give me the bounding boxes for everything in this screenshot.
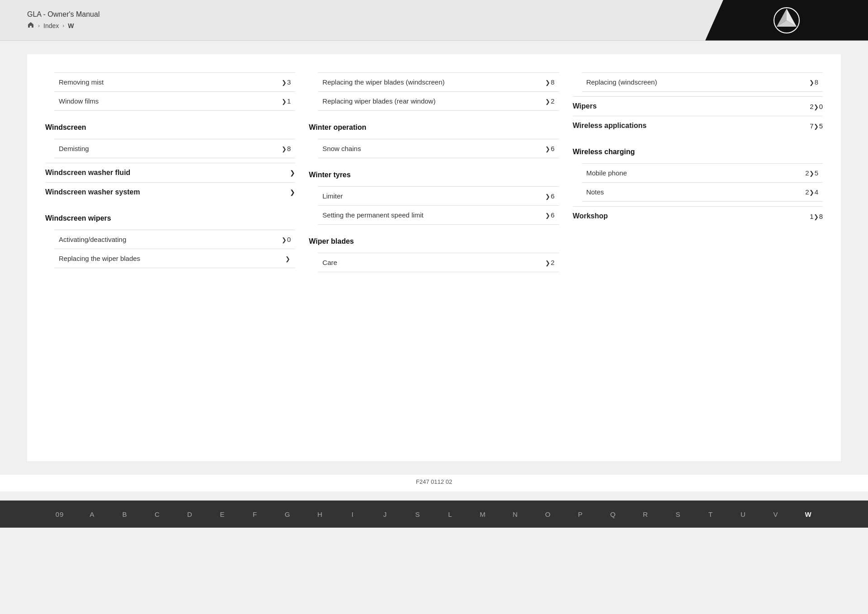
- footer-letter-s2[interactable]: S: [662, 510, 694, 518]
- footer-letter-b[interactable]: B: [108, 510, 141, 518]
- item-mobile-phone[interactable]: Mobile phone: [582, 164, 800, 183]
- workshop-row[interactable]: Workshop 1❯8: [573, 206, 823, 226]
- workshop-page: 1❯8: [810, 213, 823, 220]
- footer-letter-l[interactable]: L: [434, 510, 467, 518]
- breadcrumb-index[interactable]: Index: [43, 22, 59, 29]
- workshop-label: Workshop: [573, 212, 608, 220]
- item-replacing-windscreen-col3[interactable]: Replacing (windscreen): [582, 73, 800, 92]
- section-winter-tyres: Winter tyres: [309, 167, 559, 183]
- table-row: Care ❯2: [318, 253, 559, 272]
- breadcrumb-sep1: ›: [38, 23, 40, 29]
- footer-letter-t[interactable]: T: [694, 510, 727, 518]
- footer-letter-q[interactable]: Q: [597, 510, 629, 518]
- col2-winter-tyres-items: Limiter ❯6 Setting the permanent speed l…: [318, 186, 559, 225]
- item-permanent-speed[interactable]: Setting the permanent speed limit: [318, 206, 536, 225]
- item-replacing-rear[interactable]: Replacing wiper blades (rear window): [318, 92, 536, 111]
- columns-container: Removing mist ❯3 Window films ❯1 Windscr…: [45, 72, 823, 277]
- footer-letter-v[interactable]: V: [760, 510, 792, 518]
- section-wireless-charging: Wireless charging: [573, 144, 823, 160]
- footer-letter-c[interactable]: C: [141, 510, 174, 518]
- col1-initial-items: Removing mist ❯3 Window films ❯1: [54, 72, 295, 111]
- footer-alphabet-bar: 09 A B C D E F G H I J S L M N O P Q R S…: [0, 501, 868, 528]
- item-activating[interactable]: Activating/deactivating: [54, 230, 273, 249]
- page-permanent-speed[interactable]: ❯6: [537, 206, 559, 225]
- page-window-films[interactable]: ❯1: [273, 92, 295, 111]
- footer-letter-f[interactable]: F: [239, 510, 271, 518]
- page-replacing-windscreen[interactable]: ❯8: [537, 73, 559, 92]
- column-2: Replacing the wiper blades (windscreen) …: [309, 72, 572, 277]
- wireless-applications-row[interactable]: Wireless applications 7❯5: [573, 116, 823, 135]
- home-icon[interactable]: [27, 21, 34, 30]
- item-replacing-windscreen[interactable]: Replacing the wiper blades (windscreen): [318, 73, 536, 92]
- footer-letter-j[interactable]: J: [369, 510, 401, 518]
- page-removing-mist[interactable]: ❯3: [273, 73, 295, 92]
- page-mobile-phone[interactable]: 2❯5: [800, 164, 823, 183]
- item-window-films[interactable]: Window films: [54, 92, 273, 111]
- header: GLA - Owner's Manual › Index › W: [0, 0, 868, 41]
- footer-letter-d[interactable]: D: [174, 510, 206, 518]
- footer-letter-w[interactable]: W: [792, 510, 825, 518]
- footer-letter-h[interactable]: H: [304, 510, 336, 518]
- item-demisting[interactable]: Demisting: [54, 139, 273, 158]
- footer-letter-m[interactable]: M: [467, 510, 499, 518]
- table-row: Window films ❯1: [54, 92, 295, 111]
- windscreen-washer-fluid-row[interactable]: Windscreen washer fluid ❯: [45, 163, 295, 182]
- item-snow-chains[interactable]: Snow chains: [318, 139, 536, 158]
- mercedes-logo: [773, 7, 800, 34]
- footer-letter-e[interactable]: E: [206, 510, 239, 518]
- page-limiter[interactable]: ❯6: [537, 187, 559, 206]
- table-row: Replacing (windscreen) ❯8: [582, 73, 823, 92]
- table-row: Demisting ❯8: [54, 139, 295, 158]
- breadcrumb-sep2: ›: [62, 23, 64, 29]
- col3-initial-items: Replacing (windscreen) ❯8: [582, 72, 823, 92]
- section-wiper-blades: Wiper blades: [309, 234, 559, 249]
- footer-letter-o[interactable]: O: [532, 510, 564, 518]
- footer-letter-09[interactable]: 09: [43, 510, 76, 518]
- page-replacing-windscreen-col3[interactable]: ❯8: [800, 73, 823, 92]
- table-row: Replacing wiper blades (rear window) ❯2: [318, 92, 559, 111]
- page-care[interactable]: ❯2: [537, 253, 559, 272]
- wipers-row[interactable]: Wipers 2❯0: [573, 96, 823, 116]
- item-replacing-wiper-blades[interactable]: Replacing the wiper blades: [54, 249, 273, 268]
- section-winter-operation: Winter operation: [309, 120, 559, 135]
- item-limiter[interactable]: Limiter: [318, 187, 536, 206]
- item-removing-mist[interactable]: Removing mist: [54, 73, 273, 92]
- page-snow-chains[interactable]: ❯6: [537, 139, 559, 158]
- wipers-page: 2❯0: [810, 103, 823, 110]
- table-row: Setting the permanent speed limit ❯6: [318, 206, 559, 225]
- col1-windscreen-items: Demisting ❯8: [54, 139, 295, 158]
- col2-initial-items: Replacing the wiper blades (windscreen) …: [318, 72, 559, 111]
- footer-letter-s1[interactable]: S: [401, 510, 434, 518]
- footer-letter-g[interactable]: G: [271, 510, 304, 518]
- table-row: Notes 2❯4: [582, 183, 823, 202]
- page-demisting[interactable]: ❯8: [273, 139, 295, 158]
- footer-letter-p[interactable]: P: [564, 510, 597, 518]
- breadcrumb: › Index › W: [27, 21, 99, 30]
- windscreen-washer-fluid-arrow: ❯: [290, 169, 295, 176]
- wireless-applications-label: Wireless applications: [573, 122, 646, 130]
- col3-wireless-charging-items: Mobile phone 2❯5 Notes 2❯4: [582, 163, 823, 202]
- windscreen-washer-system-arrow: ❯: [290, 189, 295, 196]
- col2-wiper-blades-items: Care ❯2: [318, 253, 559, 272]
- footer-letter-r[interactable]: R: [629, 510, 662, 518]
- footer-letter-u[interactable]: U: [727, 510, 760, 518]
- table-row: Mobile phone 2❯5: [582, 164, 823, 183]
- footer-letter-i[interactable]: I: [336, 510, 369, 518]
- item-care[interactable]: Care: [318, 253, 536, 272]
- header-left: GLA - Owner's Manual › Index › W: [27, 10, 99, 30]
- logo-area: [705, 0, 868, 41]
- table-row: Replacing the wiper blades ❯: [54, 249, 295, 268]
- windscreen-washer-system-row[interactable]: Windscreen washer system ❯: [45, 182, 295, 202]
- footer-letter-n[interactable]: N: [499, 510, 532, 518]
- item-notes[interactable]: Notes: [582, 183, 800, 202]
- page-activating[interactable]: ❯0: [273, 230, 295, 249]
- page-notes[interactable]: 2❯4: [800, 183, 823, 202]
- breadcrumb-current: W: [68, 22, 74, 29]
- page-replacing-rear[interactable]: ❯2: [537, 92, 559, 111]
- wireless-applications-page: 7❯5: [810, 122, 823, 130]
- page-replacing-wiper-blades[interactable]: ❯: [273, 249, 295, 268]
- table-row: Removing mist ❯3: [54, 73, 295, 92]
- col1-wipers-items: Activating/deactivating ❯0 Replacing the…: [54, 230, 295, 268]
- footer-letter-a[interactable]: A: [76, 510, 108, 518]
- table-row: Snow chains ❯6: [318, 139, 559, 158]
